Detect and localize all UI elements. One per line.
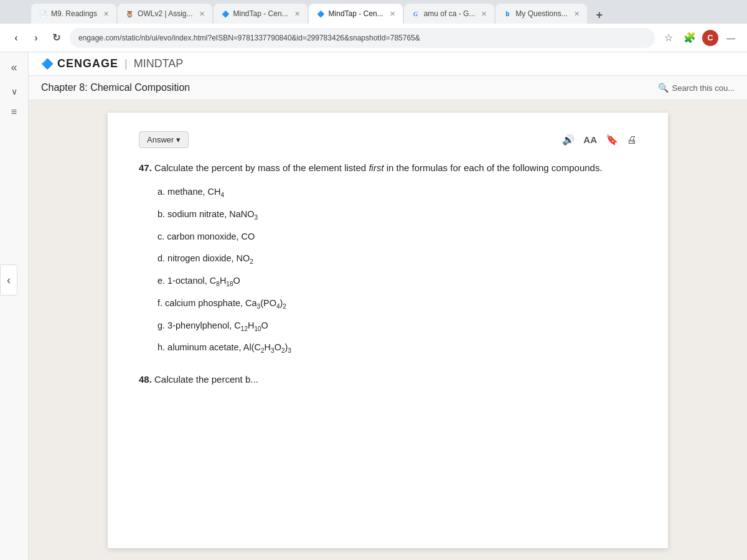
tab-m9-favicon: 📄	[39, 9, 47, 18]
question-47-header: 47. Calculate the percent by mass of the…	[139, 161, 637, 175]
tab-owlv2-close[interactable]: ✕	[199, 10, 205, 18]
bookmark-star-icon[interactable]: ☆	[660, 29, 677, 47]
item-c-label: c. carbon monoxide, CO	[157, 231, 255, 241]
page-content: « ∨ ≡ 🔷 CENGAGE | MINDTAP Chapter 8: Che…	[0, 52, 747, 560]
cengage-logo: 🔷 CENGAGE | MINDTAP	[41, 57, 183, 70]
tab-google[interactable]: G amu of ca - G... ✕	[404, 4, 495, 24]
question-48-number: 48.	[139, 374, 154, 385]
item-h-sub4: 3	[288, 347, 291, 354]
main-area: 🔷 CENGAGE | MINDTAP Chapter 8: Chemical …	[29, 52, 747, 560]
question-47-italic: first	[369, 162, 383, 173]
tab-google-label: amu of ca - G...	[424, 9, 476, 18]
answer-button[interactable]: Answer ▾	[139, 131, 189, 148]
cengage-header: 🔷 CENGAGE | MINDTAP	[29, 52, 747, 76]
sidebar-down-arrow[interactable]: ∨	[9, 84, 20, 99]
tab-owlv2[interactable]: 🦉 OWLv2 | Assig... ✕	[118, 4, 212, 24]
question-47-item-d: d. nitrogen dioxide, NO2	[157, 252, 637, 266]
question-48-header: 48. Calculate the percent b...	[139, 372, 637, 387]
back-button[interactable]: ‹	[7, 29, 25, 47]
question-47-item-g: g. 3-phenylphenol, C12H10O	[157, 319, 637, 333]
chapter-title: Chapter 8: Chemical Composition	[41, 82, 190, 93]
reader-toolbar: Answer ▾ 🔊 AA 🔖 🖨	[139, 131, 637, 148]
tab-mindtap1[interactable]: 🔷 MindTap - Cen... ✕	[214, 4, 308, 24]
tab-google-favicon: G	[411, 9, 420, 18]
question-47-intro: Calculate the percent by mass of the ele…	[154, 162, 369, 173]
tab-bing-close[interactable]: ✕	[574, 10, 580, 18]
extension-puzzle-icon[interactable]: 🧩	[681, 29, 698, 47]
url-bar[interactable]: engage.com/static/nb/ui/evo/index.html?e…	[70, 28, 655, 48]
question-47-intro2: in the formulas for each of the followin…	[384, 162, 603, 173]
item-e-sub2: 18	[226, 281, 233, 287]
question-47-item-a: a. methane, CH4	[157, 185, 637, 199]
item-g-end: O	[261, 320, 268, 330]
item-g-sub1: 12	[241, 325, 248, 332]
url-text: engage.com/static/nb/ui/evo/index.html?e…	[78, 34, 420, 42]
answer-button-label: Answer ▾	[147, 135, 181, 144]
item-d-sub: 2	[250, 258, 253, 265]
tab-bing-label: My Questions...	[515, 9, 567, 18]
search-label: Search this cou...	[672, 83, 735, 93]
minimize-button[interactable]: —	[722, 29, 740, 47]
item-h-h: H	[265, 342, 271, 352]
item-e-h: H	[220, 276, 226, 286]
logo-divider: |	[125, 57, 128, 70]
mindtap-brand: MINDTAP	[134, 57, 184, 70]
search-this-course-button[interactable]: 🔍 Search this cou...	[658, 83, 735, 93]
tab-bing[interactable]: b My Questions... ✕	[496, 4, 586, 24]
question-47-number: 47.	[139, 162, 154, 173]
browser-actions: ☆ 🧩 C —	[660, 29, 740, 47]
nav-buttons: ‹ › ↻	[7, 29, 65, 47]
forward-button[interactable]: ›	[27, 29, 45, 47]
item-d-label: d. nitrogen dioxide, NO	[157, 253, 250, 263]
sidebar-collapse-button[interactable]: «	[8, 58, 19, 77]
tab-mindtap2-label: MindTap - Cen...	[329, 9, 383, 18]
tab-mindtap2-favicon: 🔷	[316, 9, 325, 18]
item-f-label: f. calcium phosphate, Ca	[157, 298, 257, 308]
cengage-favicon: 🔷	[41, 58, 54, 70]
tab-mindtap1-favicon: 🔷	[221, 9, 230, 18]
tab-m9-close[interactable]: ✕	[103, 10, 109, 18]
tab-mindtap2-close[interactable]: ✕	[390, 10, 395, 18]
item-a-label: a. methane, CH	[157, 187, 221, 197]
tab-mindtap1-label: MindTap - Cen...	[233, 9, 288, 18]
question-47-block: 47. Calculate the percent by mass of the…	[139, 161, 637, 355]
question-47-item-e: e. 1-octanol, C8H18O	[157, 274, 637, 288]
tab-google-close[interactable]: ✕	[481, 10, 487, 18]
bookmark-icon[interactable]: 🔖	[606, 134, 618, 146]
tab-mindtap2[interactable]: 🔷 MindTap - Cen... ✕	[309, 4, 403, 24]
tab-m9-label: M9. Readings	[51, 9, 97, 18]
item-e-end: O	[233, 276, 240, 286]
tab-owlv2-favicon: 🦉	[125, 9, 134, 18]
item-g-h: H	[248, 320, 254, 330]
text-size-label[interactable]: AA	[583, 134, 597, 145]
search-icon: 🔍	[658, 83, 669, 93]
item-g-label: g. 3-phenylphenol, C	[157, 320, 241, 330]
tab-bing-favicon: b	[503, 9, 512, 18]
profile-icon[interactable]: C	[702, 30, 718, 46]
tab-bar: 📄 M9. Readings ✕ 🦉 OWLv2 | Assig... ✕ 🔷 …	[0, 0, 747, 24]
tab-m9[interactable]: 📄 M9. Readings ✕	[31, 4, 116, 24]
speaker-icon[interactable]: 🔊	[562, 134, 575, 146]
sidebar-list-icon[interactable]: ≡	[11, 106, 17, 118]
reader-icons: 🔊 AA 🔖 🖨	[562, 134, 637, 146]
item-f-sub3: 2	[283, 303, 286, 310]
question-47-item-c: c. carbon monoxide, CO	[157, 230, 637, 244]
left-nav-arrow[interactable]: ‹	[0, 264, 17, 296]
question-48-block: 48. Calculate the percent b...	[139, 372, 637, 387]
item-h-o: O	[275, 342, 281, 352]
question-47-item-h: h. aluminum acetate, Al(C2H3O2)3	[157, 341, 637, 355]
item-b-label: b. sodium nitrate, NaNO	[157, 209, 255, 219]
sidebar-left: « ∨ ≡	[0, 52, 29, 560]
item-b-sub: 3	[255, 214, 258, 221]
address-bar: ‹ › ↻ engage.com/static/nb/ui/evo/index.…	[0, 24, 747, 52]
new-tab-button[interactable]: +	[591, 6, 608, 24]
item-a-sub: 4	[221, 192, 225, 198]
tab-owlv2-label: OWLv2 | Assig...	[138, 9, 192, 18]
item-g-sub2: 10	[254, 325, 261, 332]
reader-page: Answer ▾ 🔊 AA 🔖 🖨 47. Calc	[108, 113, 668, 548]
item-h-label: h. aluminum acetate, Al(C	[157, 342, 261, 352]
tab-mindtap1-close[interactable]: ✕	[294, 10, 300, 18]
reload-button[interactable]: ↻	[47, 29, 65, 47]
question-47-item-b: b. sodium nitrate, NaNO3	[157, 208, 637, 222]
print-icon[interactable]: 🖨	[627, 134, 637, 146]
